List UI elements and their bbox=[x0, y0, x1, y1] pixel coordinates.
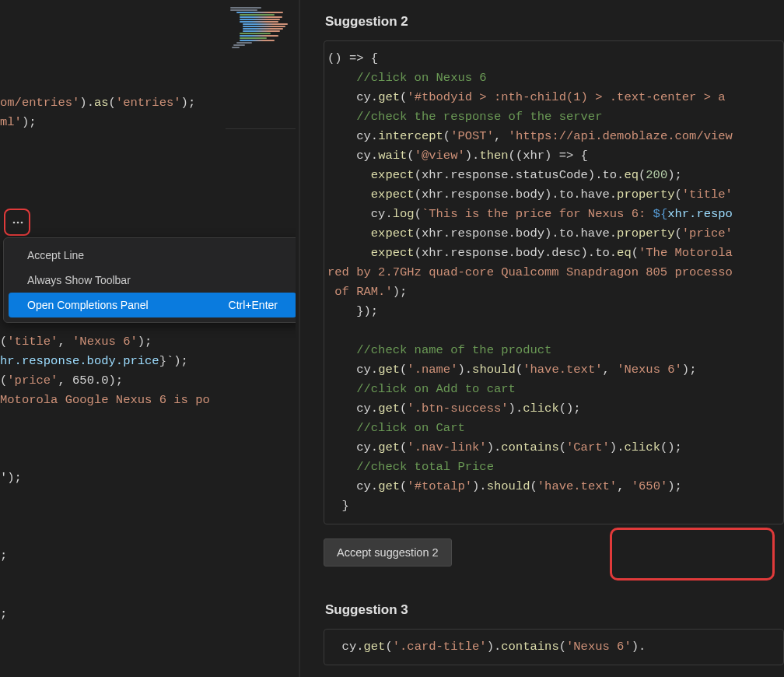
editor-pane[interactable]: om/entries').as('entries'); ml'); ('titl… bbox=[0, 0, 296, 677]
accept-suggestion-2-button[interactable]: Accept suggestion 2 bbox=[324, 538, 452, 567]
menu-item-shortcut: Ctrl+Enter bbox=[229, 299, 278, 311]
menu-item-label: Accept Line bbox=[27, 249, 84, 261]
minimap[interactable] bbox=[226, 0, 296, 129]
editor-code-fragment-top[interactable]: om/entries').as('entries'); ml'); bbox=[0, 93, 226, 132]
suggestion-2-title: Suggestion 2 bbox=[325, 14, 784, 30]
editor-code-fragment-bottom[interactable]: ('title', 'Nexus 6'); hr.response.body.p… bbox=[0, 332, 296, 624]
completions-panel[interactable]: Suggestion 2 () => { //click on Nexus 6 … bbox=[300, 0, 784, 677]
menu-item-label: Always Show Toolbar bbox=[27, 274, 131, 286]
menu-item-always-show-toolbar[interactable]: Always Show Toolbar bbox=[4, 268, 296, 293]
menu-item-open-completions-panel[interactable]: Open Completions Panel Ctrl+Enter bbox=[9, 293, 296, 317]
svg-point-0 bbox=[12, 221, 15, 223]
svg-point-1 bbox=[16, 221, 19, 223]
annotation-highlight bbox=[610, 528, 775, 581]
menu-item-label: Open Completions Panel bbox=[27, 299, 149, 311]
more-actions-icon[interactable] bbox=[7, 212, 28, 233]
suggestion-2-code[interactable]: () => { //click on Nexus 6 cy.get('#tbod… bbox=[324, 40, 784, 524]
suggestion-3-title: Suggestion 3 bbox=[325, 602, 784, 618]
menu-item-accept-line[interactable]: Accept Line bbox=[4, 243, 296, 268]
context-menu: Accept Line Always Show Toolbar Open Com… bbox=[3, 237, 296, 323]
svg-point-2 bbox=[20, 221, 23, 223]
suggestion-3-code[interactable]: cy.get('.card-title').contains('Nexus 6'… bbox=[324, 629, 784, 665]
